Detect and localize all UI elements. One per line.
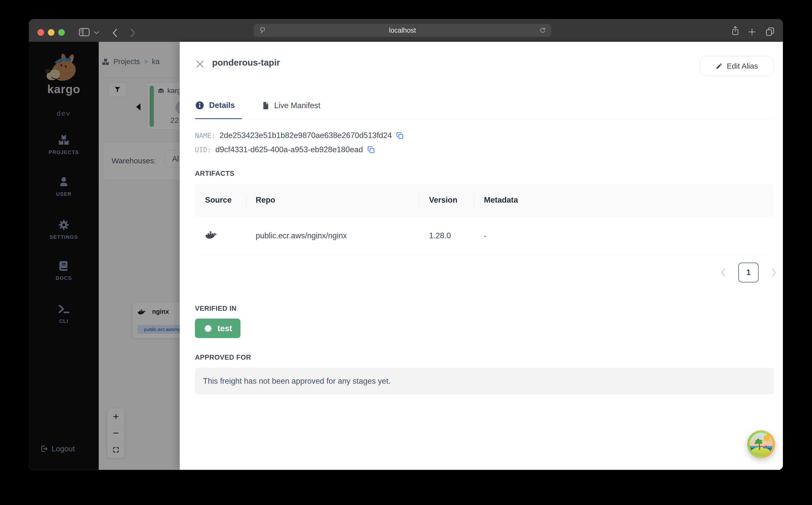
column-header-metadata: Metadata xyxy=(484,184,518,216)
edit-alias-button[interactable]: Edit Alias xyxy=(700,56,774,76)
window-minimize-button[interactable] xyxy=(48,29,54,36)
url-text: localhost xyxy=(254,24,551,37)
window-zoom-button[interactable] xyxy=(58,29,65,36)
pencil-icon xyxy=(716,62,723,70)
window-close-button[interactable] xyxy=(37,29,44,36)
share-icon[interactable] xyxy=(731,25,740,36)
tab-details-label: Details xyxy=(209,101,235,110)
docker-icon xyxy=(205,229,218,240)
file-icon xyxy=(262,101,270,110)
copy-icon[interactable] xyxy=(396,132,404,140)
chevron-right-icon[interactable] xyxy=(770,267,778,278)
forward-button-icon[interactable] xyxy=(129,28,136,38)
cell-version: 1.28.0 xyxy=(429,216,451,255)
uid-label: UID: xyxy=(195,146,211,154)
cell-metadata: - xyxy=(484,216,487,255)
freight-alias-title: ponderous-tapir xyxy=(212,57,280,67)
cell-repo: public.ecr.aws/nginx/nginx xyxy=(256,216,347,255)
approved-for-heading: APPROVED FOR xyxy=(195,354,251,361)
stage-starburst-icon xyxy=(203,324,213,333)
divider xyxy=(419,194,420,206)
pagination-page-1[interactable]: 1 xyxy=(738,263,759,282)
artifacts-table: Source Repo Version Metadata xyxy=(195,184,774,255)
column-header-version: Version xyxy=(429,184,457,216)
table-row[interactable]: public.ecr.aws/nginx/nginx 1.28.0 - xyxy=(195,216,774,255)
chevron-down-icon[interactable] xyxy=(94,31,99,34)
new-tab-icon[interactable] xyxy=(748,28,756,36)
column-header-source: Source xyxy=(205,184,232,216)
approved-for-empty-message: This freight has not been approved for a… xyxy=(195,368,774,394)
copy-icon[interactable] xyxy=(367,146,375,154)
artifacts-table-header: Source Repo Version Metadata xyxy=(195,184,774,216)
tab-live-manifest[interactable]: Live Manifest xyxy=(262,101,320,110)
edit-alias-label: Edit Alias xyxy=(727,62,758,70)
island-badge-icon[interactable] xyxy=(747,430,776,459)
sidebar-toggle-icon[interactable] xyxy=(78,27,90,37)
browser-window: localhost xyxy=(29,19,783,470)
verified-stage-name: test xyxy=(217,324,232,333)
artifacts-heading: ARTIFACTS xyxy=(195,170,234,178)
close-icon[interactable] xyxy=(195,59,205,68)
freight-details-drawer: ponderous-tapir Edit Alias Details xyxy=(180,42,783,470)
tabs-divider xyxy=(195,119,774,119)
reload-icon[interactable] xyxy=(539,27,546,34)
info-icon xyxy=(195,101,205,110)
freight-uid-row: UID: d9cf4331-d625-400a-a953-eb928e180ea… xyxy=(195,145,375,154)
app-content: kargo dev PROJECTS USER xyxy=(29,42,783,470)
tab-details[interactable]: Details xyxy=(195,101,235,110)
pagination: 1 xyxy=(195,262,774,284)
tab-overview-icon[interactable] xyxy=(765,27,775,37)
chevron-left-icon[interactable] xyxy=(719,267,727,278)
freight-name-row: NAME: 2de253423e51b1b82e9870ae638e2670d5… xyxy=(195,131,404,140)
tab-live-manifest-label: Live Manifest xyxy=(274,101,320,110)
browser-toolbar: localhost xyxy=(29,19,783,42)
verified-stage-badge[interactable]: test xyxy=(195,319,240,338)
address-bar[interactable]: localhost xyxy=(254,24,551,37)
column-header-repo: Repo xyxy=(256,184,275,216)
name-label: NAME: xyxy=(195,132,215,140)
divider xyxy=(246,194,246,206)
desktop: localhost xyxy=(0,0,812,505)
verified-in-heading: VERIFIED IN xyxy=(195,305,237,313)
uid-value: d9cf4331-d625-400a-a953-eb928e180ead xyxy=(215,145,363,154)
name-value: 2de253423e51b1b82e9870ae638e2670d513fd24 xyxy=(220,131,392,140)
back-button-icon[interactable] xyxy=(111,28,118,38)
